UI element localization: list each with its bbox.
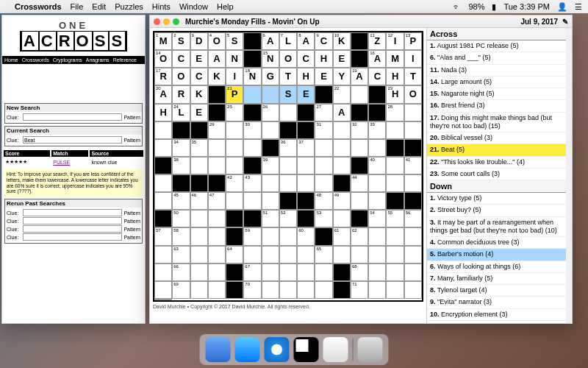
grid-cell[interactable] bbox=[262, 192, 279, 210]
grid-cell[interactable] bbox=[368, 246, 386, 263]
grid-cell[interactable]: 23H bbox=[386, 85, 404, 103]
grid-cell[interactable]: 51 bbox=[262, 210, 279, 227]
grid-cell[interactable]: 38 bbox=[172, 157, 190, 174]
grid-cell[interactable] bbox=[368, 192, 386, 210]
clue-item[interactable]: 7. Many, familiarly (5) bbox=[427, 273, 566, 285]
clue-item[interactable]: 2. Street buy? (5) bbox=[427, 205, 566, 216]
grid-cell[interactable]: 20A bbox=[154, 85, 172, 103]
grid-cell[interactable] bbox=[279, 246, 297, 263]
clue-item[interactable]: 6. Ways of looking at things (6) bbox=[427, 261, 566, 273]
grid-cell[interactable] bbox=[351, 85, 368, 103]
grid-cell[interactable]: 25 bbox=[226, 104, 243, 121]
app-name[interactable]: Crosswords bbox=[15, 2, 62, 11]
grid-cell[interactable]: O bbox=[279, 50, 297, 68]
grid-cell[interactable]: 16A bbox=[368, 50, 386, 68]
grid-cell[interactable]: 70 bbox=[243, 281, 261, 299]
grid-cell[interactable] bbox=[297, 174, 315, 192]
grid-cell[interactable] bbox=[226, 192, 243, 210]
grid-cell[interactable]: 54 bbox=[368, 210, 386, 227]
grid-cell[interactable] bbox=[386, 174, 404, 192]
finder-icon[interactable] bbox=[206, 337, 231, 362]
spotlight-icon[interactable]: ☰ bbox=[575, 2, 582, 12]
grid-cell[interactable]: 47 bbox=[208, 192, 226, 210]
grid-cell[interactable] bbox=[262, 121, 279, 139]
grid-cell[interactable]: 57 bbox=[154, 227, 172, 245]
grid-cell[interactable]: T bbox=[279, 68, 297, 85]
grid-cell[interactable] bbox=[226, 157, 243, 174]
grid-cell[interactable]: 41 bbox=[404, 157, 422, 174]
grid-cell[interactable]: 50 bbox=[172, 210, 190, 227]
grid-cell[interactable] bbox=[154, 174, 172, 192]
grid-cell[interactable]: 34 bbox=[172, 139, 190, 157]
grid-cell[interactable]: M bbox=[386, 50, 404, 68]
grid-cell[interactable] bbox=[279, 157, 297, 174]
grid-cell[interactable] bbox=[154, 299, 172, 300]
grid-cell[interactable] bbox=[279, 104, 297, 121]
clue-item[interactable]: 15. Nagarote night (5) bbox=[427, 88, 566, 100]
grid-cell[interactable] bbox=[262, 246, 279, 263]
menu-file[interactable]: File bbox=[71, 2, 84, 11]
grid-cell[interactable] bbox=[333, 246, 351, 263]
grid-cell[interactable] bbox=[208, 227, 226, 245]
rerun-input-1[interactable] bbox=[23, 209, 122, 216]
grid-cell[interactable]: 53 bbox=[315, 210, 332, 227]
grid-cell[interactable]: 44 bbox=[351, 174, 368, 192]
grid-cell[interactable]: 63 bbox=[172, 246, 190, 263]
grid-cell[interactable]: 6A bbox=[262, 32, 279, 50]
grid-cell[interactable] bbox=[404, 227, 422, 245]
grid-cell[interactable]: E bbox=[333, 50, 351, 68]
grid-cell[interactable] bbox=[208, 263, 226, 281]
nav-cryptograms[interactable]: Cryptograms bbox=[53, 57, 82, 63]
grid-cell[interactable]: C bbox=[172, 50, 190, 68]
grid-cell[interactable] bbox=[154, 139, 172, 157]
grid-cell[interactable]: 52 bbox=[279, 210, 297, 227]
grid-cell[interactable] bbox=[368, 263, 386, 281]
grid-cell[interactable]: O bbox=[172, 68, 190, 85]
grid-cell[interactable] bbox=[190, 246, 208, 263]
grid-cell[interactable] bbox=[368, 139, 386, 157]
grid-cell[interactable]: 3D bbox=[190, 32, 208, 50]
grid-cell[interactable] bbox=[190, 281, 208, 299]
grid-cell[interactable]: 55 bbox=[386, 210, 404, 227]
grid-cell[interactable] bbox=[386, 121, 404, 139]
rerun-input-2[interactable] bbox=[23, 217, 122, 224]
grid-cell[interactable]: 39 bbox=[262, 157, 279, 174]
grid-cell[interactable]: 58 bbox=[172, 227, 190, 245]
nav-reference[interactable]: Reference bbox=[113, 57, 137, 63]
grid-cell[interactable]: K bbox=[208, 68, 226, 85]
clue-item[interactable]: 20. Biblical vessel (3) bbox=[427, 132, 566, 144]
grid-cell[interactable] bbox=[262, 85, 279, 103]
grid-cell[interactable] bbox=[190, 157, 208, 174]
grid-cell[interactable] bbox=[333, 121, 351, 139]
close-icon[interactable] bbox=[154, 18, 160, 25]
clue-item[interactable]: 10. Encryption element (3) bbox=[427, 309, 566, 321]
grid-cell[interactable] bbox=[262, 174, 279, 192]
grid-cell[interactable] bbox=[351, 246, 368, 263]
grid-cell[interactable]: O bbox=[404, 85, 422, 103]
grid-cell[interactable]: 65 bbox=[315, 246, 332, 263]
grid-cell[interactable]: 10K bbox=[333, 32, 351, 50]
grid-cell[interactable]: 62 bbox=[351, 227, 368, 245]
grid-cell[interactable] bbox=[351, 139, 368, 157]
clue-item[interactable]: 17. Doing this might make things bad (bu… bbox=[427, 113, 566, 133]
grid-cell[interactable] bbox=[404, 174, 422, 192]
grid-cell[interactable]: A bbox=[208, 50, 226, 68]
grid-cell[interactable]: H bbox=[154, 104, 172, 121]
grid-cell[interactable]: 1M bbox=[154, 32, 172, 50]
grid-cell[interactable]: 9C bbox=[315, 32, 332, 50]
grid-cell[interactable] bbox=[226, 121, 243, 139]
grid-cell[interactable]: K bbox=[190, 85, 208, 103]
current-clue-input[interactable] bbox=[23, 136, 122, 144]
grid-cell[interactable]: 42 bbox=[226, 174, 243, 192]
grid-cell[interactable] bbox=[386, 227, 404, 245]
grid-cell[interactable] bbox=[154, 192, 172, 210]
grid-cell[interactable] bbox=[208, 246, 226, 263]
grid-cell[interactable]: 28 bbox=[386, 104, 404, 121]
xcode-icon[interactable] bbox=[235, 337, 260, 362]
grid-cell[interactable] bbox=[279, 263, 297, 281]
grid-cell[interactable] bbox=[297, 246, 315, 263]
grid-cell[interactable]: 56 bbox=[404, 210, 422, 227]
wifi-icon[interactable]: ᯤ bbox=[453, 2, 461, 11]
clue-item[interactable]: 23. Some court calls (3) bbox=[427, 169, 566, 180]
grid-cell[interactable] bbox=[154, 121, 172, 139]
